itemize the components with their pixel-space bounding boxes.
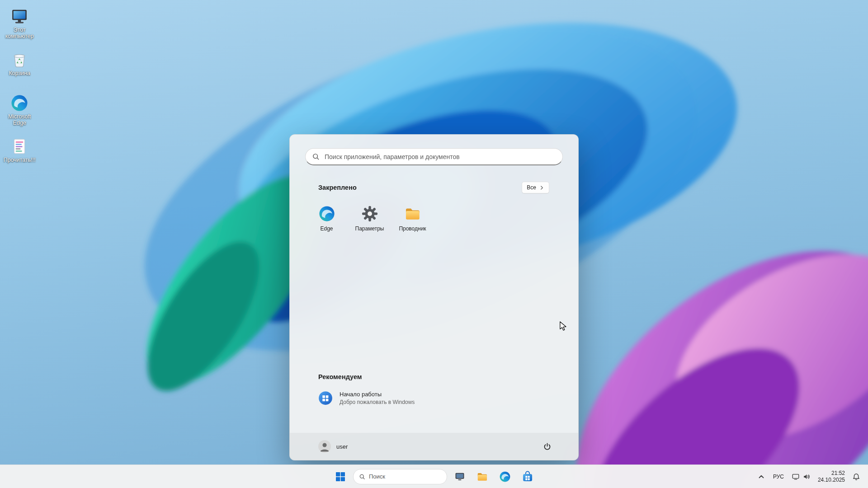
taskbar-app-store[interactable] <box>518 467 538 487</box>
taskbar: РУС 21:52 24.10.2025 <box>0 465 868 488</box>
pinned-app-settings[interactable]: Параметры <box>348 202 391 241</box>
taskbar-search-box[interactable] <box>353 469 447 484</box>
desktop-icon-label: Microsoft Edge <box>2 113 37 126</box>
notification-bell-icon <box>852 473 860 481</box>
edge-icon <box>10 94 28 112</box>
user-name-label: user <box>336 443 348 450</box>
notification-center-button[interactable] <box>850 468 863 486</box>
clock-date: 24.10.2025 <box>818 477 845 483</box>
readme-icon <box>10 137 28 155</box>
desktop-icon-label: Корзина <box>9 70 30 76</box>
edge-icon <box>499 471 511 483</box>
taskbar-center-cluster <box>330 465 538 488</box>
pinned-apps-grid: Edge Параметры <box>290 193 578 241</box>
recommended-item-subtitle: Добро пожаловать в Windows <box>340 399 415 405</box>
recommended-item-title: Начало работы <box>340 391 415 398</box>
desktop-icon-edge[interactable]: Microsoft Edge <box>1 94 38 137</box>
recommended-item-get-started[interactable]: Начало работы Добро пожаловать в Windows <box>311 386 447 410</box>
taskbar-search-input[interactable] <box>354 469 447 484</box>
store-icon <box>522 471 533 483</box>
edge-icon <box>318 205 335 222</box>
pinned-all-label: Все <box>527 184 536 191</box>
pinned-app-label: Параметры <box>355 225 384 232</box>
start-search-input[interactable] <box>306 149 562 164</box>
start-search-box[interactable] <box>305 148 563 165</box>
desktop-icon-label: Прочитать!!! <box>3 157 35 163</box>
system-tray: РУС 21:52 24.10.2025 <box>755 465 863 488</box>
network-icon <box>792 473 800 481</box>
pinned-app-edge[interactable]: Edge <box>305 202 348 241</box>
desktop-icon-readme[interactable]: Прочитать!!! <box>1 137 38 181</box>
power-icon <box>543 442 552 451</box>
network-volume-button[interactable] <box>789 468 813 486</box>
folder-icon <box>476 471 488 483</box>
desktop-icon-this-pc[interactable]: Этот компьютер <box>1 7 38 51</box>
start-menu-footer: user <box>290 433 578 460</box>
user-avatar <box>318 440 331 453</box>
desktop-icon-recycle-bin[interactable]: Корзина <box>1 51 38 94</box>
recycle-bin-icon <box>10 51 28 69</box>
pinned-all-button[interactable]: Все <box>522 182 549 193</box>
clock-time: 21:52 <box>831 470 845 477</box>
recommended-item-text: Начало работы Добро пожаловать в Windows <box>340 391 415 405</box>
start-search-area <box>290 135 578 165</box>
start-button[interactable] <box>330 467 350 487</box>
volume-icon <box>802 473 811 481</box>
pinned-app-label: Edge <box>320 225 333 232</box>
pinned-app-label: Проводник <box>399 225 426 232</box>
pinned-title: Закреплено <box>318 184 357 191</box>
desktop-icon-label: Этот компьютер <box>2 27 37 39</box>
search-icon <box>359 474 365 480</box>
power-button[interactable] <box>538 437 556 455</box>
pinned-app-explorer[interactable]: Проводник <box>391 202 434 241</box>
monitor-app-icon <box>454 471 466 483</box>
recommended-title: Рекомендуем <box>318 373 563 380</box>
user-profile-button[interactable]: user <box>314 437 352 455</box>
desktop-icon-column: Этот компьютер Корзина Microsoft Edge <box>1 7 38 181</box>
chevron-right-icon <box>539 185 544 190</box>
chevron-up-icon <box>757 473 765 481</box>
tray-chevron-button[interactable] <box>755 468 768 486</box>
taskbar-app-monitor[interactable] <box>450 467 470 487</box>
start-menu-panel: Закреплено Все Edge <box>289 134 579 460</box>
folder-icon <box>404 205 421 222</box>
settings-gear-icon <box>361 205 378 222</box>
windows-start-icon <box>335 471 346 482</box>
taskbar-app-edge[interactable] <box>495 467 515 487</box>
recommended-section: Рекомендуем Начало работы Добро пожалова… <box>290 373 578 410</box>
clock[interactable]: 21:52 24.10.2025 <box>815 468 848 486</box>
search-icon <box>312 153 320 160</box>
get-started-icon <box>318 390 333 406</box>
pinned-section-header: Закреплено Все <box>318 182 549 193</box>
taskbar-app-file-explorer[interactable] <box>472 467 492 487</box>
this-pc-icon <box>10 7 28 25</box>
language-indicator[interactable]: РУС <box>769 468 788 486</box>
